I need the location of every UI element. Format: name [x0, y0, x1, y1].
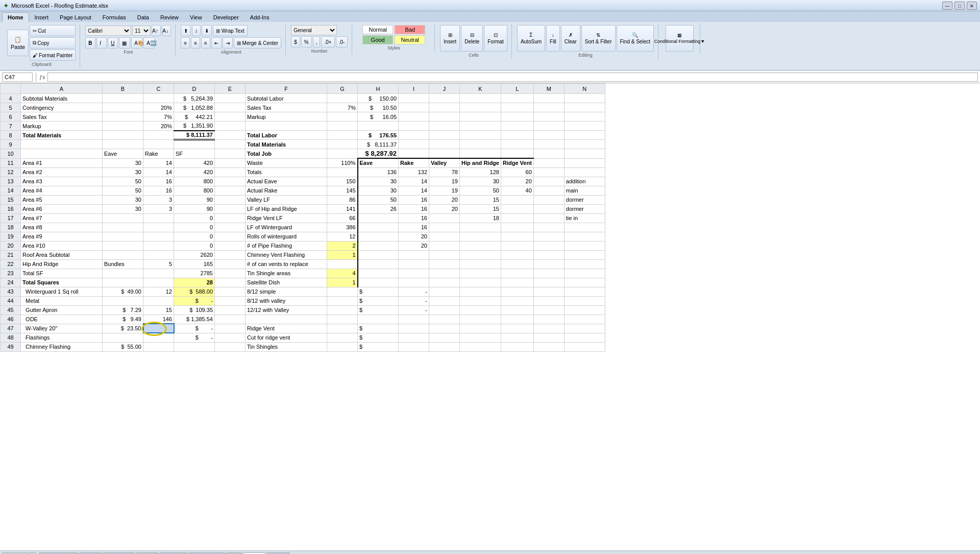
- autosum-button[interactable]: Σ AutoSum: [517, 25, 545, 52]
- sheet-tab-bws[interactable]: BWS: [136, 552, 159, 555]
- cell-N9[interactable]: [564, 140, 605, 149]
- cell-J20[interactable]: [429, 241, 460, 250]
- cell-J10[interactable]: [429, 149, 460, 159]
- cell-H46[interactable]: [358, 315, 399, 324]
- cell-F24[interactable]: Satellite Dish: [246, 278, 327, 287]
- cell-K43[interactable]: [460, 287, 501, 296]
- cell-F47[interactable]: Ridge Vent: [246, 324, 327, 333]
- cell-F15[interactable]: Valley LF: [246, 195, 327, 204]
- format-button[interactable]: ⊡ Format: [484, 25, 507, 52]
- row-header-43[interactable]: 43: [1, 287, 21, 296]
- cell-L20[interactable]: [501, 241, 533, 250]
- cell-L9[interactable]: [501, 140, 533, 149]
- cell-L5[interactable]: [501, 103, 533, 112]
- cell-N16[interactable]: dormer: [564, 204, 605, 213]
- cell-N10[interactable]: [564, 149, 605, 159]
- cell-L7[interactable]: [501, 122, 533, 131]
- cell-E18[interactable]: [215, 223, 246, 232]
- cell-C8[interactable]: [143, 131, 174, 140]
- cell-N46[interactable]: [564, 315, 605, 324]
- cell-N49[interactable]: [564, 342, 605, 351]
- cell-H11[interactable]: Eave: [358, 158, 399, 167]
- cell-D5[interactable]: $ 1,052.88: [174, 103, 215, 112]
- cell-M8[interactable]: [533, 131, 564, 140]
- cell-C22[interactable]: 5: [143, 259, 174, 269]
- cell-H47[interactable]: $: [358, 324, 399, 333]
- cell-J5[interactable]: [429, 103, 460, 112]
- cell-K20[interactable]: [460, 241, 501, 250]
- italic-button[interactable]: I: [96, 37, 107, 49]
- cell-C19[interactable]: [143, 232, 174, 241]
- cell-D47[interactable]: $ -: [174, 324, 215, 333]
- cell-C46[interactable]: 146: [143, 315, 174, 324]
- tab-addins[interactable]: Add-Ins: [244, 12, 275, 22]
- cell-A10[interactable]: [21, 149, 103, 159]
- col-header-A[interactable]: A: [21, 84, 103, 94]
- tab-developer[interactable]: Developer: [208, 12, 244, 22]
- cell-F17[interactable]: Ridge Vent LF: [246, 213, 327, 223]
- cell-B10[interactable]: Eave: [103, 149, 143, 159]
- cell-M9[interactable]: [533, 140, 564, 149]
- cell-B49[interactable]: $ 55.00: [103, 342, 143, 351]
- col-header-F[interactable]: F: [246, 84, 327, 94]
- cell-K21[interactable]: [460, 250, 501, 259]
- cell-I47[interactable]: [399, 324, 429, 333]
- cell-C15[interactable]: 3: [143, 195, 174, 204]
- cell-H12[interactable]: 136: [358, 167, 399, 177]
- wrap-text-button[interactable]: ⊞ Wrap Text: [213, 25, 247, 36]
- cell-I4[interactable]: [399, 94, 429, 103]
- cell-D45[interactable]: $ 109.35: [174, 305, 215, 315]
- tab-data[interactable]: Data: [132, 12, 155, 22]
- cell-L43[interactable]: [501, 287, 533, 296]
- col-header-C[interactable]: C: [143, 84, 174, 94]
- cell-C4[interactable]: [143, 94, 174, 103]
- align-right-button[interactable]: ≡: [201, 37, 210, 49]
- row-header-15[interactable]: 15: [1, 195, 21, 204]
- cell-L16[interactable]: [501, 204, 533, 213]
- cell-J48[interactable]: [429, 333, 460, 342]
- cell-D46[interactable]: $ 1,385.54: [174, 315, 215, 324]
- cell-E49[interactable]: [215, 342, 246, 351]
- cell-E21[interactable]: [215, 250, 246, 259]
- row-header-44[interactable]: 44: [1, 296, 21, 305]
- cell-D10[interactable]: SF: [174, 149, 215, 159]
- cell-N4[interactable]: [564, 94, 605, 103]
- cell-M14[interactable]: [533, 186, 564, 195]
- cell-H8[interactable]: $ 176.55: [358, 131, 399, 140]
- cell-I10[interactable]: [399, 149, 429, 159]
- cell-K9[interactable]: [460, 140, 501, 149]
- cell-E8[interactable]: [215, 131, 246, 140]
- row-header-20[interactable]: 20: [1, 241, 21, 250]
- cell-G21[interactable]: 1: [327, 250, 358, 259]
- cell-F20[interactable]: # of Pipe Flashing: [246, 241, 327, 250]
- cell-M22[interactable]: [533, 259, 564, 269]
- merge-center-button[interactable]: ⊞ Merge & Center: [234, 37, 281, 49]
- cell-E22[interactable]: [215, 259, 246, 269]
- cell-A44[interactable]: Metal: [21, 296, 103, 305]
- cell-G20[interactable]: 2: [327, 241, 358, 250]
- cell-G46[interactable]: [327, 315, 358, 324]
- col-header-B[interactable]: B: [103, 84, 143, 94]
- cell-B14[interactable]: 50: [103, 186, 143, 195]
- cell-H44[interactable]: $: [358, 296, 399, 305]
- cell-I9[interactable]: [399, 140, 429, 149]
- cell-J8[interactable]: [429, 131, 460, 140]
- cell-L14[interactable]: 40: [501, 186, 533, 195]
- decrease-decimal-button[interactable]: .0-: [336, 36, 348, 47]
- cell-I18[interactable]: 16: [399, 223, 429, 232]
- cell-F16[interactable]: LF of Hip and Ridge: [246, 204, 327, 213]
- cell-G12[interactable]: [327, 167, 358, 177]
- cell-L6[interactable]: [501, 112, 533, 122]
- cell-A19[interactable]: Area #9: [21, 232, 103, 241]
- cell-B23[interactable]: [103, 269, 143, 278]
- cell-D21[interactable]: 2620: [174, 250, 215, 259]
- tab-insert[interactable]: Insert: [29, 12, 55, 22]
- cell-K22[interactable]: [460, 259, 501, 269]
- cell-L22[interactable]: [501, 259, 533, 269]
- cell-D8[interactable]: $ 8,111.37: [174, 131, 215, 140]
- cell-F18[interactable]: LF of Winterguard: [246, 223, 327, 232]
- cell-J22[interactable]: [429, 259, 460, 269]
- cell-E19[interactable]: [215, 232, 246, 241]
- row-header-18[interactable]: 18: [1, 223, 21, 232]
- cell-H45[interactable]: $: [358, 305, 399, 315]
